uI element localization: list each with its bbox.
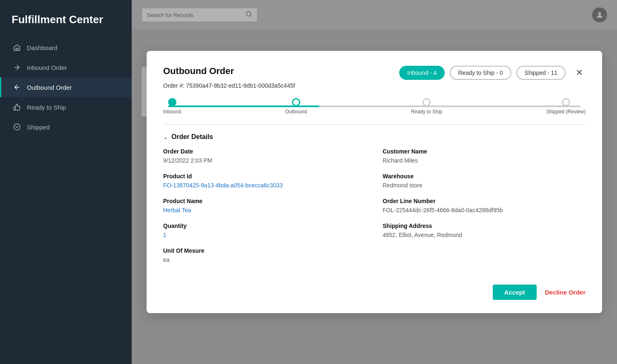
sidebar-item-label-outbound-order: Outbound Order [27, 84, 72, 91]
detail-block-product-name: Product Name Herbal Tea [163, 198, 366, 213]
status-badge-shipped[interactable]: Shipped - 11 [516, 66, 566, 80]
progress-step-shipped-review: Shipped (Review) [546, 98, 586, 115]
detail-label-customer-name: Customer Name [383, 148, 586, 155]
progress-step-inbound: Inbound [163, 98, 181, 115]
status-badge-ready-to-ship[interactable]: Ready to Ship - 0 [450, 66, 511, 80]
arrow-out-icon [13, 83, 21, 91]
detail-label-order-line-number: Order Line Number [383, 198, 586, 204]
step-circle-outbound [292, 98, 300, 106]
decline-button[interactable]: Decline Order [545, 289, 586, 296]
sidebar-item-dashboard[interactable]: Dashboard [0, 38, 132, 57]
detail-block-shipping-address: Shipping Address 4852, Elliot, Avenue, R… [383, 223, 586, 238]
check-icon [13, 123, 21, 131]
detail-label-product-name: Product Name [163, 198, 366, 204]
modal-header: Outbound Order Inbound - 4 Ready to Ship… [163, 66, 586, 80]
progress-step-ready-to-ship: Ready to Ship [411, 98, 442, 115]
order-number: Order #: 75390a47-9b32-ed11-9db1-000d3a5… [163, 82, 586, 89]
detail-block-customer-name: Customer Name Richard Miles [383, 148, 586, 164]
sidebar-item-ready-to-ship[interactable]: Ready to Ship [0, 97, 132, 117]
step-label-ready-to-ship: Ready to Ship [411, 109, 442, 115]
app-title: Fulfillment Center [0, 0, 132, 38]
thumb-icon [13, 103, 21, 111]
step-label-outbound: Outbound [285, 109, 307, 115]
detail-block-order-date: Order Date 9/12/2022 2:03 PM [163, 148, 366, 164]
detail-label-product-id: Product Id [163, 173, 366, 180]
detail-label-quantity: Quantity [163, 223, 366, 229]
progress-track: Inbound Outbound Ready to Ship [163, 98, 586, 115]
progress-steps: Inbound Outbound Ready to Ship [163, 98, 586, 115]
step-circle-ready-to-ship [422, 98, 431, 106]
sidebar-item-label-ready-to-ship: Ready to Ship [27, 104, 66, 111]
sidebar-item-inbound-order[interactable]: Inbound Order [0, 57, 132, 77]
step-label-inbound: Inbound [163, 109, 181, 115]
detail-block-warehouse: Warehouse Redmond store [383, 173, 586, 189]
main-area: Outbound Order Inbound - 4 Ready to Ship… [132, 0, 617, 364]
detail-label-order-date: Order Date [163, 148, 366, 155]
detail-value-customer-name: Richard Miles [383, 157, 586, 164]
modal-header-right: Inbound - 4 Ready to Ship - 0 Shipped - … [399, 66, 586, 80]
detail-block-unit-of-measure: Unit Of Mesure ea [163, 247, 366, 263]
detail-value-unit-of-measure: ea [163, 256, 366, 263]
home-icon [13, 43, 21, 52]
order-details-header[interactable]: ⌄ Order Details [163, 133, 586, 141]
detail-block-product-id: Product Id FO-13870425-9a13-4bda-a054-bc… [163, 173, 366, 189]
close-button[interactable]: ✕ [573, 67, 586, 79]
sidebar-item-label-inbound-order: Inbound Order [27, 64, 67, 71]
progress-step-outbound: Outbound [285, 98, 307, 115]
detail-label-unit-of-measure: Unit Of Mesure [163, 247, 366, 254]
progress-section: Inbound Outbound Ready to Ship [163, 98, 586, 115]
details-grid: Order Date 9/12/2022 2:03 PM Product Id … [163, 148, 586, 272]
chevron-down-icon: ⌄ [163, 134, 168, 140]
details-right-column: Customer Name Richard Miles Warehouse Re… [383, 148, 586, 272]
modal-title: Outbound Order [163, 66, 234, 77]
order-number-value: 75390a47-9b32-ed11-9db1-000d3a5c445f [186, 82, 295, 89]
detail-block-quantity: Quantity 1 [163, 223, 366, 238]
detail-value-quantity[interactable]: 1 [163, 232, 366, 238]
detail-block-order-line-number: Order Line Number FOL-225444dc-26f5-4666… [383, 198, 586, 213]
step-circle-shipped-review [562, 98, 570, 106]
svg-rect-0 [16, 48, 18, 50]
sidebar-item-label-shipped: Shipped [27, 124, 50, 131]
sidebar-item-outbound-order[interactable]: Outbound Order [0, 77, 132, 97]
order-number-label: Order #: [163, 82, 184, 89]
detail-value-order-date: 9/12/2022 2:03 PM [163, 157, 366, 164]
divider [163, 125, 586, 125]
detail-label-warehouse: Warehouse [383, 173, 586, 180]
status-badge-inbound[interactable]: Inbound - 4 [399, 66, 445, 80]
detail-value-shipping-address: 4852, Elliot, Avenue, Redmond [383, 232, 586, 238]
step-circle-inbound [168, 98, 176, 106]
arrow-in-icon [13, 63, 21, 72]
detail-label-shipping-address: Shipping Address [383, 223, 586, 229]
detail-value-order-line-number: FOL-225444dc-26f5-4666-8da0-0ac4288df95b [383, 207, 586, 213]
detail-value-product-name[interactable]: Herbal Tea [163, 207, 366, 213]
step-label-shipped-review: Shipped (Review) [546, 109, 586, 115]
order-details-title: Order Details [171, 133, 213, 141]
detail-value-warehouse: Redmond store [383, 182, 586, 189]
sidebar-item-label-dashboard: Dashboard [27, 44, 57, 51]
detail-value-product-id[interactable]: FO-13870425-9a13-4bda-a054-bcecca6c3033 [163, 182, 366, 189]
sidebar: Fulfillment Center Dashboard Inbound Ord… [0, 0, 132, 364]
modal-overlay: Outbound Order Inbound - 4 Ready to Ship… [132, 0, 617, 364]
sidebar-item-shipped[interactable]: Shipped [0, 117, 132, 137]
modal: Outbound Order Inbound - 4 Ready to Ship… [147, 51, 602, 313]
sidebar-nav: Dashboard Inbound Order Outbound Order R… [0, 38, 132, 137]
details-left-column: Order Date 9/12/2022 2:03 PM Product Id … [163, 148, 366, 272]
modal-footer: Accept Decline Order [163, 280, 586, 300]
accept-button[interactable]: Accept [493, 285, 537, 300]
